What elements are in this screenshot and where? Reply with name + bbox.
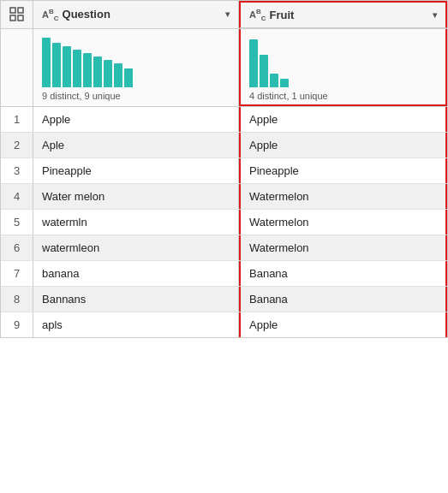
bar	[270, 74, 278, 87]
fruit-chart-cell: 4 distinct, 1 unique	[239, 29, 447, 106]
table-row: 4 Water melon Watermelon	[1, 184, 447, 210]
svg-rect-3	[18, 15, 23, 21]
table-row: 3 Pineapple Pineapple	[1, 158, 447, 184]
fruit-dropdown-icon[interactable]: ▾	[433, 10, 437, 20]
row-number: 4	[1, 184, 33, 209]
chart-row-num	[1, 29, 33, 106]
bar	[260, 55, 268, 87]
svg-rect-0	[10, 8, 15, 13]
table-row: 1 Apple Apple	[1, 107, 447, 133]
question-cell: apls	[33, 312, 239, 337]
table-body: 1 Apple Apple 2 Aple Apple 3 Pineapple P…	[1, 107, 447, 337]
bar	[249, 39, 258, 87]
table-row: 9 apls Apple	[1, 312, 447, 337]
row-number: 5	[1, 210, 33, 235]
bar	[63, 46, 71, 87]
svg-rect-1	[18, 8, 23, 13]
question-chart-label: 9 distinct, 9 unique	[42, 91, 121, 101]
table-row: 5 watermln Watermelon	[1, 210, 447, 235]
question-cell: banana	[33, 261, 239, 286]
question-column-label: Question	[63, 8, 222, 21]
fruit-cell: Apple	[239, 133, 447, 157]
table-row: 2 Aple Apple	[1, 133, 447, 158]
bar	[114, 63, 122, 87]
question-dropdown-icon[interactable]: ▾	[225, 9, 230, 19]
bar	[280, 79, 289, 87]
svg-rect-2	[10, 15, 15, 21]
fruit-column-header[interactable]: ABC Fruit ▾	[239, 1, 447, 28]
row-number: 6	[1, 235, 33, 260]
question-cell: Bannans	[33, 287, 239, 312]
bar	[83, 53, 92, 87]
question-bar-chart	[42, 36, 133, 87]
question-column-header[interactable]: ABC Question ▾	[33, 1, 239, 28]
question-cell: watermleon	[33, 235, 239, 260]
fruit-bar-chart	[249, 36, 289, 87]
row-num-header	[1, 1, 33, 28]
fruit-cell: Apple	[239, 107, 447, 132]
question-cell: Water melon	[33, 184, 239, 209]
table-row: 8 Bannans Banana	[1, 287, 447, 312]
fruit-cell: Watermelon	[239, 210, 447, 235]
chart-row: 9 distinct, 9 unique 4 distinct, 1 uniqu…	[1, 29, 447, 107]
row-number: 8	[1, 287, 33, 312]
bar	[124, 68, 133, 87]
fruit-column-label: Fruit	[270, 9, 429, 21]
row-number: 1	[1, 107, 33, 132]
table-row: 7 banana Banana	[1, 261, 447, 287]
data-table: ABC Question ▾ ABC Fruit ▾ 9 disti	[0, 0, 448, 338]
row-number: 3	[1, 158, 33, 183]
table-row: 6 watermleon Watermelon	[1, 235, 447, 261]
bar	[42, 38, 51, 87]
grid-icon	[9, 7, 25, 22]
question-cell: watermln	[33, 210, 239, 235]
fruit-chart-label: 4 distinct, 1 unique	[249, 91, 328, 101]
fruit-cell: Watermelon	[239, 184, 447, 209]
fruit-type-icon: ABC	[249, 8, 266, 22]
bar	[104, 60, 112, 87]
question-cell: Pineapple	[33, 158, 239, 183]
question-type-icon: ABC	[42, 8, 59, 22]
question-cell: Aple	[33, 133, 239, 157]
row-number: 7	[1, 261, 33, 286]
row-number: 9	[1, 312, 33, 337]
fruit-cell: Watermelon	[239, 235, 447, 260]
bar	[73, 50, 81, 87]
question-cell: Apple	[33, 107, 239, 132]
fruit-cell: Apple	[239, 312, 447, 337]
fruit-cell: Pineapple	[239, 158, 447, 183]
row-number: 2	[1, 133, 33, 157]
question-chart-cell: 9 distinct, 9 unique	[33, 29, 239, 106]
table-header: ABC Question ▾ ABC Fruit ▾	[1, 1, 447, 29]
bar	[52, 43, 61, 87]
fruit-cell: Banana	[239, 287, 447, 312]
fruit-cell: Banana	[239, 261, 447, 286]
bar	[93, 56, 102, 87]
